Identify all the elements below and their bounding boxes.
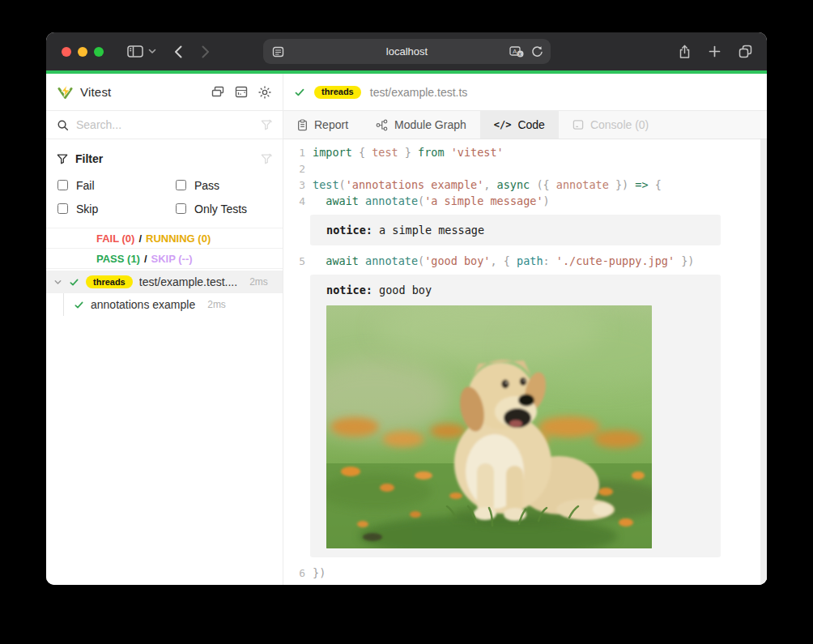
checkbox-icon[interactable]	[176, 180, 186, 190]
code-text: import { test } from 'vitest'	[313, 146, 504, 159]
module-graph-icon	[376, 119, 388, 131]
tree-row-test[interactable]: annotations example 2ms	[46, 293, 283, 316]
pool-badge: threads	[314, 86, 361, 99]
clear-search-filter-icon[interactable]	[261, 119, 272, 130]
app-title: Vitest	[80, 85, 111, 99]
share-icon[interactable]	[679, 45, 691, 59]
annotation-text: notice: a simple message	[326, 224, 704, 237]
traffic-lights	[62, 47, 104, 57]
browser-window: localhost Ax	[46, 32, 767, 585]
tab-report[interactable]: Report	[283, 111, 362, 139]
tree-file-name: test/example.test....	[139, 275, 237, 288]
annotation-image-puppy	[326, 305, 652, 548]
file-path: test/example.test.ts	[370, 86, 468, 99]
search-icon	[57, 119, 69, 131]
code-line: 5 await annotate('good boy', { path: './…	[283, 253, 767, 269]
main-panel: threads test/example.test.ts Report Modu…	[283, 74, 767, 585]
filter-checkbox-fail[interactable]: Fail	[57, 174, 176, 196]
close-window-button[interactable]	[62, 47, 71, 57]
code-view[interactable]: 1import { test } from 'vitest'23test('an…	[283, 139, 767, 585]
tree-row-file[interactable]: threads test/example.test.... 2ms	[46, 271, 283, 293]
line-number: 4	[283, 195, 305, 207]
tab-code[interactable]: </> Code	[480, 111, 559, 139]
pass-check-icon	[74, 300, 84, 310]
translate-icon[interactable]: Ax	[509, 46, 525, 58]
line-number: 5	[283, 255, 305, 267]
checkbox-icon[interactable]	[176, 203, 186, 214]
line-number: 1	[283, 147, 305, 159]
code-line: 3test('annotations example', async ({ an…	[283, 177, 767, 193]
code-line: 7	[283, 581, 767, 585]
filter-checkbox-pass[interactable]: Pass	[176, 174, 272, 196]
back-button[interactable]	[174, 45, 182, 58]
tree-test-name: annotations example	[91, 298, 195, 311]
pass-check-icon	[69, 277, 79, 288]
test-stats: FAIL (0) / RUNNING (0) PASS (1) / SKIP (…	[46, 228, 283, 269]
url-text: localhost	[263, 45, 551, 58]
sidebar: Vitest	[46, 74, 283, 585]
filter-checkbox-skip[interactable]: Skip	[57, 198, 176, 220]
tab-label: Console (0)	[590, 118, 649, 131]
clear-filter-icon[interactable]	[261, 153, 272, 164]
tree-file-duration: 2ms	[249, 276, 268, 288]
filter-section: Filter Fail Pass	[46, 139, 283, 228]
tab-label: Code	[517, 118, 544, 131]
sidebar-menu-chevron-icon[interactable]	[148, 49, 156, 54]
line-number: 6	[283, 567, 305, 579]
filter-option-label: Fail	[76, 179, 95, 192]
filter-label: Filter	[75, 152, 103, 165]
browser-toolbar: localhost Ax	[46, 32, 767, 70]
search-input[interactable]	[76, 118, 253, 131]
filter-funnel-icon	[57, 153, 68, 164]
reload-icon[interactable]	[531, 45, 543, 58]
line-number: 7	[283, 583, 305, 586]
code-line: 2	[283, 160, 767, 177]
line-number: 2	[283, 163, 305, 175]
tree-indent-guide	[63, 293, 64, 316]
address-bar[interactable]: localhost Ax	[263, 39, 551, 64]
code-text: await annotate('a simple message')	[313, 194, 550, 207]
dashboard-icon[interactable]	[235, 86, 248, 98]
code-line: 1import { test } from 'vitest'	[283, 144, 767, 160]
filter-option-label: Only Tests	[194, 203, 247, 215]
checkbox-icon[interactable]	[57, 203, 68, 214]
code-line: 4 await annotate('a simple message')	[283, 193, 767, 209]
console-icon	[573, 119, 584, 130]
forward-button[interactable]	[202, 45, 210, 58]
tab-label: Report	[314, 118, 348, 131]
pass-count: PASS (1)	[96, 253, 140, 265]
stats-separator: /	[144, 253, 147, 265]
zoom-window-button[interactable]	[94, 47, 104, 57]
theme-toggle-sun-icon[interactable]	[258, 86, 271, 99]
checkbox-icon[interactable]	[57, 180, 68, 190]
code-text: test('annotations example', async ({ ann…	[313, 178, 662, 191]
code-icon: </>	[494, 119, 512, 130]
code-text: })	[313, 566, 326, 579]
vitest-logo-icon	[57, 85, 73, 100]
svg-text:x: x	[518, 51, 521, 57]
filter-checkbox-only-tests[interactable]: Only Tests	[176, 198, 272, 220]
reader-view-icon[interactable]	[272, 46, 284, 58]
tab-module-graph[interactable]: Module Graph	[362, 111, 480, 139]
tab-overview-icon[interactable]	[739, 45, 752, 58]
minimize-window-button[interactable]	[78, 47, 87, 57]
tree-test-duration: 2ms	[207, 299, 226, 310]
fail-count: FAIL (0)	[96, 232, 134, 245]
restore-windows-icon[interactable]	[211, 86, 224, 98]
annotation-text: notice: good boy	[326, 284, 704, 296]
annotation-notice: notice: good boy	[310, 275, 721, 557]
tab-label: Module Graph	[394, 118, 466, 131]
tab-console[interactable]: Console (0)	[559, 111, 662, 139]
sidebar-toggle-icon[interactable]	[127, 45, 143, 58]
new-tab-icon[interactable]	[709, 45, 721, 58]
pass-check-icon	[294, 87, 305, 98]
test-tree: threads test/example.test.... 2ms annota…	[46, 269, 283, 316]
pool-badge: threads	[86, 275, 133, 288]
line-number: 3	[283, 179, 305, 191]
svg-text:A: A	[513, 48, 517, 55]
annotation-notice: notice: a simple message	[310, 215, 721, 245]
tab-bar: Report Module Graph </> Code Console	[283, 111, 767, 139]
chevron-down-icon[interactable]	[53, 278, 62, 287]
filter-option-label: Skip	[76, 203, 98, 215]
scrollbar[interactable]	[760, 139, 767, 585]
